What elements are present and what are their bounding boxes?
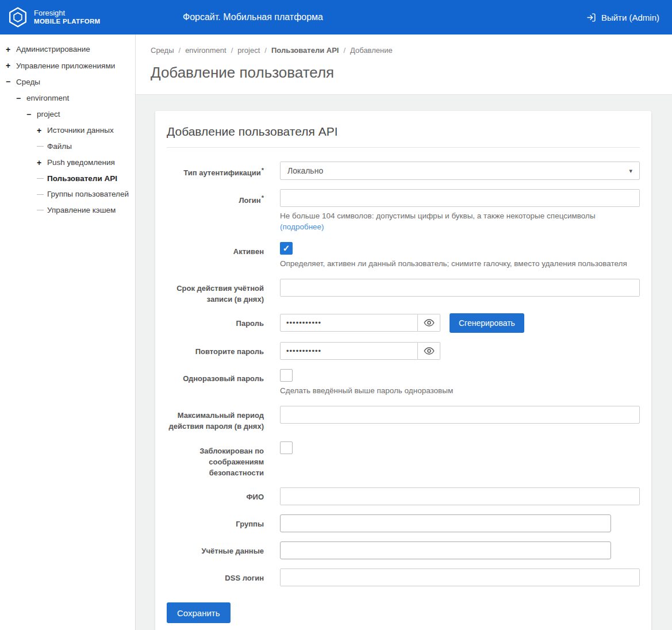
breadcrumb-separator: /	[179, 46, 181, 55]
one-time-password-help: Сделать введённый выше пароль одноразовы…	[280, 386, 640, 397]
main-area: Среды / environment / project / Пользова…	[136, 34, 672, 630]
logout-label: Выйти (Admin)	[601, 13, 659, 22]
sidebar-item-user-groups[interactable]: Группы пользователей	[0, 186, 135, 202]
foresight-logo-icon	[7, 6, 29, 28]
groups-input[interactable]	[280, 514, 611, 532]
sidebar-item-data-sources[interactable]: + Источники данных	[0, 122, 135, 139]
active-checkbox[interactable]: ✓	[280, 242, 293, 255]
sidebar-item-environment[interactable]: − environment	[0, 90, 135, 106]
form-row-active: Активен ✓ Определяет, активен ли данный …	[167, 242, 640, 270]
one-time-password-label: Одноразовый пароль	[167, 369, 264, 397]
form-row-login: Логин* Не больше 104 символов: допустимы…	[167, 189, 640, 233]
logout-icon	[586, 13, 596, 22]
tree-branch-line	[37, 178, 44, 179]
auth-type-select[interactable]: Локально ▾	[280, 162, 640, 180]
sidebar-item-cache-management[interactable]: Управление кэшем	[0, 202, 135, 218]
max-password-period-input[interactable]	[280, 406, 640, 424]
form-row-password-repeat: Повторите пароль	[167, 342, 640, 360]
sidebar-item-project[interactable]: − project	[0, 106, 135, 122]
generate-password-button[interactable]: Сгенерировать	[450, 313, 524, 333]
sidebar-item-files[interactable]: Файлы	[0, 139, 135, 155]
sidebar-item-administration[interactable]: + Администрирование	[0, 41, 135, 57]
breadcrumb-item-project[interactable]: project	[237, 46, 260, 55]
groups-label: Группы	[167, 514, 264, 532]
collapse-icon[interactable]: −	[26, 109, 34, 120]
login-input[interactable]	[280, 189, 640, 207]
full-name-label: ФИО	[167, 487, 264, 505]
validity-input[interactable]	[280, 279, 640, 297]
check-icon: ✓	[283, 244, 290, 252]
tree-branch-line	[37, 210, 44, 210]
details-link[interactable]: (подробнее)	[280, 222, 324, 231]
password-repeat-input[interactable]	[280, 342, 418, 360]
collapse-icon[interactable]: −	[6, 76, 14, 87]
breadcrumb-item-environment[interactable]: environment	[185, 46, 226, 55]
auth-type-label: Тип аутентификации*	[167, 162, 264, 180]
sidebar-item-api-users[interactable]: Пользователи API	[0, 171, 135, 187]
eye-icon	[424, 317, 435, 328]
form-row-password: Пароль	[167, 314, 640, 333]
form-row-credentials: Учётные данные	[167, 541, 640, 559]
show-password-button[interactable]	[418, 342, 440, 360]
breadcrumb-separator: /	[264, 46, 267, 55]
breadcrumb-item-environments[interactable]: Среды	[151, 46, 174, 55]
page-header: Среды / environment / project / Пользова…	[136, 34, 672, 95]
app-logo: Foresight MOBILE PLATFORM	[7, 6, 100, 28]
password-repeat-label: Повторите пароль	[167, 342, 264, 360]
show-password-button[interactable]	[418, 314, 440, 332]
eye-icon	[424, 345, 435, 356]
auth-type-select-value: Локально	[287, 166, 323, 175]
breadcrumb-item-add: Добавление	[350, 46, 393, 55]
app-header: Foresight MOBILE PLATFORM Форсайт. Мобил…	[0, 0, 672, 34]
form-row-validity: Срок действия учётной записи (в днях)	[167, 279, 640, 305]
chevron-down-icon: ▾	[629, 167, 632, 175]
tree-branch-line	[37, 194, 44, 195]
one-time-password-checkbox[interactable]	[280, 369, 293, 382]
logout-button[interactable]: Выйти (Admin)	[586, 13, 659, 22]
logo-title: Foresight	[34, 9, 100, 18]
dss-login-input[interactable]	[280, 568, 640, 586]
login-label: Логин*	[167, 189, 264, 233]
sidebar-item-push-notifications[interactable]: + Push уведомления	[0, 155, 135, 171]
password-label: Пароль	[167, 314, 264, 333]
form-row-dss-login: DSS логин	[167, 568, 640, 586]
sidebar-item-environments[interactable]: − Среды	[0, 74, 135, 90]
credentials-input[interactable]	[280, 541, 611, 559]
active-label: Активен	[167, 242, 264, 270]
expand-icon[interactable]: +	[37, 125, 45, 136]
page-title: Добавление пользователя	[151, 64, 657, 82]
form-row-auth-type: Тип аутентификации* Локально ▾	[167, 162, 640, 180]
save-button[interactable]: Сохранить	[167, 602, 231, 623]
logo-subtitle: MOBILE PLATFORM	[34, 18, 100, 26]
blocked-label: Заблокирован по соображениям безопастнос…	[167, 441, 264, 479]
breadcrumb-separator: /	[231, 46, 233, 55]
tree-branch-line	[37, 146, 44, 147]
expand-icon[interactable]: +	[6, 60, 14, 71]
required-mark: *	[262, 194, 264, 201]
expand-icon[interactable]: +	[6, 44, 14, 55]
max-password-period-label: Максимальный период действия пароля (в д…	[167, 406, 264, 432]
sidebar: + Администрирование + Управление приложе…	[0, 34, 136, 630]
full-name-input[interactable]	[280, 487, 640, 505]
validity-label: Срок действия учётной записи (в днях)	[167, 279, 264, 305]
form-title: Добавление пользователя API	[167, 124, 640, 148]
credentials-label: Учётные данные	[167, 541, 264, 559]
active-help: Определяет, активен ли данный пользовате…	[280, 259, 640, 270]
form-row-groups: Группы	[167, 514, 640, 532]
sidebar-item-app-management[interactable]: + Управление приложениями	[0, 57, 135, 74]
blocked-checkbox[interactable]	[280, 441, 293, 454]
breadcrumb-item-api-users[interactable]: Пользователи API	[271, 46, 339, 55]
expand-icon[interactable]: +	[37, 158, 45, 168]
breadcrumb: Среды / environment / project / Пользова…	[151, 46, 657, 55]
collapse-icon[interactable]: −	[16, 93, 24, 103]
login-help: Не больше 104 символов: допустимы цифры …	[280, 211, 640, 233]
form-row-blocked: Заблокирован по соображениям безопастнос…	[167, 441, 640, 479]
password-input[interactable]	[280, 314, 418, 332]
form-row-one-time-password: Одноразовый пароль Сделать введённый выш…	[167, 369, 640, 397]
required-mark: *	[262, 167, 264, 174]
add-api-user-form: Добавление пользователя API Тип аутентиф…	[155, 111, 651, 630]
breadcrumb-separator: /	[343, 46, 345, 55]
content-area: Добавление пользователя API Тип аутентиф…	[136, 95, 672, 630]
dss-login-label: DSS логин	[167, 568, 264, 586]
app-title: Форсайт. Мобильная платформа	[183, 12, 323, 22]
